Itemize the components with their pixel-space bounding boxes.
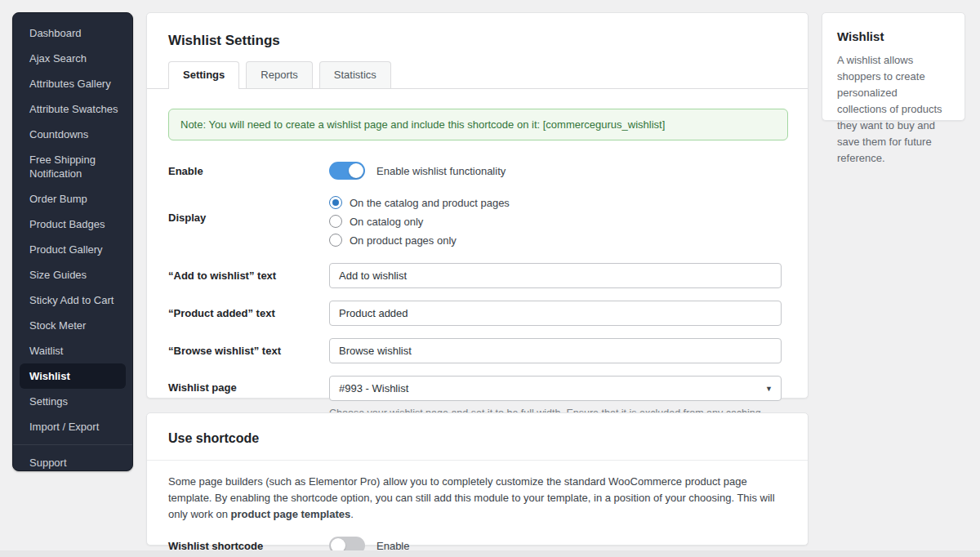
sidebar-item-stock-meter[interactable]: Stock Meter <box>13 313 132 338</box>
display-option-product-pages-only[interactable]: On product pages only <box>329 232 782 248</box>
sidebar-item-settings[interactable]: Settings <box>13 389 132 414</box>
add-to-wishlist-row: “Add to wishlist” text <box>168 263 782 288</box>
info-panel-description: A wishlist allows shoppers to create per… <box>837 52 950 167</box>
enable-toggle[interactable]: Enable wishlist functionality <box>329 162 782 180</box>
wishlist-shortcode-row: Wishlist shortcode Enable <box>168 537 782 555</box>
tab-statistics[interactable]: Statistics <box>319 61 391 88</box>
product-added-input[interactable] <box>329 301 782 326</box>
toggle-off-icon[interactable] <box>329 537 365 555</box>
radio-option-label: On catalog only <box>350 216 423 228</box>
sidebar-item-sticky-add-to-cart[interactable]: Sticky Add to Cart <box>13 287 132 313</box>
display-label: Display <box>168 194 329 224</box>
enable-toggle-label: Enable wishlist functionality <box>376 165 506 177</box>
sidebar-item-dashboard[interactable]: Dashboard <box>13 20 132 46</box>
radio-option-label: On the catalog and product pages <box>350 197 510 209</box>
sidebar-item-product-badges[interactable]: Product Badges <box>13 212 132 237</box>
wishlist-shortcode-toggle[interactable]: Enable <box>329 537 782 555</box>
wishlist-settings-card: Wishlist Settings Settings Reports Stati… <box>146 12 808 399</box>
sidebar-item-size-guides[interactable]: Size Guides <box>13 262 132 287</box>
toggle-on-icon[interactable] <box>329 162 365 180</box>
sidebar-item-wishlist[interactable]: Wishlist <box>20 363 126 389</box>
display-option-catalog-only[interactable]: On catalog only <box>329 213 782 229</box>
browse-wishlist-row: “Browse wishlist” text <box>168 338 782 363</box>
wishlist-page-selected-value[interactable]: #993 - Wishlist <box>329 376 782 401</box>
wishlist-page-select[interactable]: #993 - Wishlist ▼ <box>329 376 782 401</box>
sidebar-item-order-bump[interactable]: Order Bump <box>13 186 132 212</box>
sidebar-item-product-gallery[interactable]: Product Gallery <box>13 237 132 262</box>
use-shortcode-title: Use shortcode <box>147 413 808 461</box>
page-title: Wishlist Settings <box>168 33 786 49</box>
enable-label: Enable <box>168 162 329 177</box>
sidebar-item-import-export[interactable]: Import / Export <box>13 414 132 439</box>
plugin-sidebar: Dashboard Ajax Search Attributes Gallery… <box>12 12 133 471</box>
browse-wishlist-label: “Browse wishlist” text <box>168 345 329 357</box>
sidebar-divider <box>13 444 132 445</box>
enable-row: Enable Enable wishlist functionality <box>168 162 782 180</box>
radio-icon[interactable] <box>329 234 342 247</box>
tab-reports[interactable]: Reports <box>246 61 313 88</box>
sidebar-item-countdowns[interactable]: Countdowns <box>13 122 132 147</box>
display-option-catalog-and-product[interactable]: On the catalog and product pages <box>329 194 782 211</box>
sidebar-item-free-shipping-notification[interactable]: Free Shipping Notification <box>13 147 132 186</box>
product-added-row: “Product added” text <box>168 301 782 326</box>
sidebar-item-attributes-gallery[interactable]: Attributes Gallery <box>13 71 132 96</box>
description-text-end: . <box>350 508 354 520</box>
shortcode-note: Note: You will need to create a wishlist… <box>168 109 788 140</box>
wishlist-page-label: Wishlist page <box>168 376 329 394</box>
use-shortcode-card: Use shortcode Some page builders (such a… <box>146 412 808 546</box>
add-to-wishlist-input[interactable] <box>329 263 782 288</box>
add-to-wishlist-label: “Add to wishlist” text <box>168 270 329 282</box>
sidebar-item-attribute-swatches[interactable]: Attribute Swatches <box>13 96 132 122</box>
wishlist-shortcode-label: Wishlist shortcode <box>168 537 329 552</box>
wishlist-shortcode-toggle-label: Enable <box>376 540 409 552</box>
radio-selected-icon[interactable] <box>329 196 342 209</box>
info-panel-title: Wishlist <box>837 29 950 43</box>
radio-icon[interactable] <box>329 215 342 228</box>
sidebar-item-support[interactable]: Support <box>13 450 132 475</box>
use-shortcode-description: Some page builders (such as Elementor Pr… <box>168 474 786 523</box>
description-bold-text: product page templates <box>231 508 351 520</box>
radio-option-label: On product pages only <box>350 234 457 247</box>
browse-wishlist-input[interactable] <box>329 338 782 363</box>
sidebar-item-waitlist[interactable]: Waitlist <box>13 338 132 363</box>
tab-settings[interactable]: Settings <box>168 61 239 89</box>
product-added-label: “Product added” text <box>168 307 329 319</box>
settings-tab-bar: Settings Reports Statistics <box>147 61 808 89</box>
display-row: Display On the catalog and product pages… <box>168 194 782 251</box>
wishlist-info-panel: Wishlist A wishlist allows shoppers to c… <box>822 12 965 121</box>
sidebar-item-ajax-search[interactable]: Ajax Search <box>13 46 132 71</box>
